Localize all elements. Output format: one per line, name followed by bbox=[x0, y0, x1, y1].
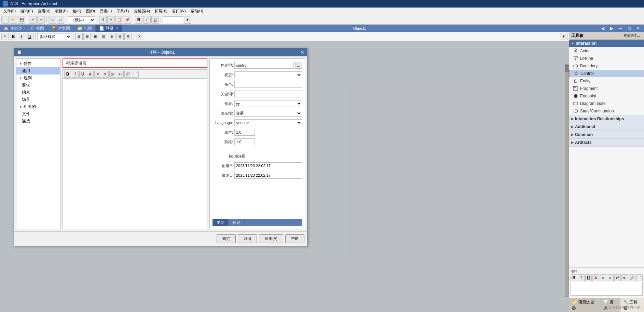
toolbar-search-input[interactable] bbox=[163, 16, 183, 23]
toolbox-section-artifacts-header[interactable]: ▶ Artifacts bbox=[569, 139, 644, 146]
prop-version-input[interactable] bbox=[234, 129, 255, 136]
editor-list-ordered[interactable]: ≡ bbox=[102, 71, 109, 78]
toolbox-tab-browser[interactable]: 📁 项目浏览器 bbox=[569, 298, 601, 312]
editor-italic[interactable]: I bbox=[72, 71, 79, 78]
prop-struct-input[interactable] bbox=[234, 62, 294, 69]
menu-element[interactable]: 元素(L) bbox=[98, 8, 114, 14]
toolbar-paste[interactable]: 📌 bbox=[124, 16, 131, 24]
toolbox-item-boundary[interactable]: Boundary bbox=[569, 62, 644, 70]
toolbox-item-lifeline[interactable]: Lifeline bbox=[569, 55, 644, 62]
prop-keyword-input[interactable] bbox=[234, 91, 302, 97]
dtb-filter[interactable]: ▼ bbox=[560, 33, 567, 40]
tab-relation[interactable]: 🔗 关图 bbox=[26, 25, 48, 32]
dtb-settings[interactable]: ⚙ bbox=[124, 33, 132, 40]
tab-login-close[interactable]: ✕ bbox=[116, 27, 119, 30]
toolbar-open[interactable]: 📂 bbox=[10, 16, 17, 24]
toolbar-underline[interactable]: U bbox=[151, 16, 159, 24]
menu-view[interactable]: 查看(V) bbox=[36, 8, 53, 14]
notes-font-color[interactable]: A bbox=[592, 274, 599, 281]
editor-subscript[interactable]: x₂ bbox=[117, 71, 124, 78]
toolbar-print[interactable]: 🖨 bbox=[99, 16, 107, 24]
dtb-bold[interactable]: B bbox=[10, 33, 17, 40]
dtb-zoom[interactable]: ⊕ bbox=[108, 33, 115, 40]
dtb-delete[interactable]: ✕ bbox=[136, 33, 143, 40]
menu-edit[interactable]: 编辑(E) bbox=[18, 8, 35, 14]
toolbox-item-fragment[interactable]: Fragment bbox=[569, 85, 644, 92]
tab-start[interactable]: 🏠 开始页 bbox=[0, 25, 26, 32]
tree-item-properties[interactable]: ▼ 特性 bbox=[16, 60, 60, 67]
toolbox-section-common-header[interactable]: ▶ Common bbox=[569, 131, 644, 138]
menu-extend[interactable]: 扩展(X) bbox=[153, 8, 169, 14]
dtb-underline[interactable]: U bbox=[26, 33, 33, 40]
notes-bold[interactable]: B bbox=[571, 274, 577, 281]
toolbar-zoom-in[interactable]: 🔎 bbox=[57, 16, 64, 24]
editor-font-color[interactable]: A bbox=[87, 71, 94, 78]
notes-superscript[interactable]: x² bbox=[614, 274, 621, 281]
tree-item-constraints[interactable]: 约束 bbox=[16, 89, 60, 96]
toolbar-redo[interactable]: ↪ bbox=[37, 16, 45, 24]
editor-list-unordered[interactable]: ≡ bbox=[94, 71, 101, 78]
toolbar-default-dropdown[interactable]: 《默认》 bbox=[68, 16, 95, 23]
notes-subscript[interactable]: x₂ bbox=[621, 274, 628, 281]
props-tab-tag[interactable]: 标记 bbox=[229, 219, 245, 226]
dialog-ok-button[interactable]: 确定 bbox=[217, 234, 236, 243]
diagram-canvas[interactable]: 用户 登录界面 📋 顺序 - Object1 ✕ bbox=[0, 41, 569, 312]
toolbox-item-state[interactable]: State/Continuation bbox=[569, 107, 644, 115]
tab-window-min[interactable]: − bbox=[617, 25, 624, 32]
toolbar-save[interactable]: 💾 bbox=[18, 16, 25, 24]
editor-link[interactable]: 🔗 bbox=[124, 71, 131, 78]
editor-underline[interactable]: U bbox=[79, 71, 86, 78]
toolbox-item-control[interactable]: Control bbox=[569, 70, 644, 77]
prop-struct-btn[interactable]: … bbox=[295, 62, 302, 69]
prop-created-input[interactable] bbox=[234, 162, 302, 169]
menu-project[interactable]: 项目(P) bbox=[53, 8, 70, 14]
tree-item-links[interactable]: 连接 bbox=[16, 118, 60, 125]
toolbox-more[interactable]: 更多的工... bbox=[621, 33, 642, 39]
tab-object[interactable]: 📦 对象图 bbox=[48, 25, 74, 32]
dtb-italic[interactable]: I bbox=[18, 33, 25, 40]
dtb-fit[interactable]: ⊖ bbox=[116, 33, 124, 40]
toolbar-bold[interactable]: B bbox=[135, 16, 142, 24]
prop-author-select[interactable]: yy bbox=[234, 100, 302, 107]
toolbox-item-entity[interactable]: Entity bbox=[569, 77, 644, 85]
menu-package[interactable]: 包(K) bbox=[70, 8, 83, 14]
dtb-grid[interactable]: ⊠ bbox=[92, 33, 99, 40]
tree-item-scenarios[interactable]: 场景 bbox=[16, 96, 60, 103]
toolbox-section-additional-header[interactable]: ▶ Additional bbox=[569, 123, 644, 131]
notes-underline[interactable]: U bbox=[585, 274, 592, 281]
menu-analyzer[interactable]: 分析器(A) bbox=[132, 8, 152, 14]
toolbox-item-gate[interactable]: Diagram Gate bbox=[569, 100, 644, 107]
toolbox-section-interaction-header[interactable]: ▼ Interaction bbox=[569, 40, 644, 47]
notes-italic[interactable]: I bbox=[578, 274, 584, 281]
dtb-select[interactable]: ↖ bbox=[1, 33, 9, 40]
dialog-cancel-button[interactable]: 取消 bbox=[238, 234, 257, 243]
notes-image[interactable]: 📄 bbox=[636, 274, 643, 281]
tree-item-files[interactable]: 文件 bbox=[16, 110, 60, 118]
notes-list-unordered[interactable]: ≡ bbox=[600, 274, 606, 281]
toolbar-new[interactable]: 📄 bbox=[1, 16, 9, 24]
tree-item-rules[interactable]: ▼ 规则 bbox=[16, 74, 60, 82]
tab-package[interactable]: 📁 包图 bbox=[74, 25, 96, 32]
prop-language-select[interactable]: <none> bbox=[234, 119, 302, 126]
toolbar-filter[interactable]: ▼ bbox=[184, 16, 191, 24]
toolbar-search[interactable]: 🔍 bbox=[49, 16, 56, 24]
toolbar-copy[interactable]: 📋 bbox=[115, 16, 123, 24]
toolbox-item-actor[interactable]: Actor bbox=[569, 47, 644, 55]
modal-close-button[interactable]: ✕ bbox=[300, 50, 304, 55]
dtb-layout[interactable]: ⊟ bbox=[83, 33, 91, 40]
prop-status-select[interactable] bbox=[234, 71, 302, 78]
editor-superscript[interactable]: x² bbox=[109, 71, 116, 78]
editor-bold[interactable]: B bbox=[64, 71, 71, 78]
notes-link[interactable]: 🔗 bbox=[629, 274, 635, 281]
menu-window[interactable]: 窗口(W) bbox=[170, 8, 188, 14]
prop-complexity-select[interactable]: 容易 bbox=[234, 110, 302, 117]
tree-item-requirements[interactable]: 要求 bbox=[16, 82, 60, 89]
toolbar-cut[interactable]: ✂ bbox=[107, 16, 115, 24]
menu-tools[interactable]: 工具(T) bbox=[114, 8, 131, 14]
dialog-apply-button[interactable]: 应用(A) bbox=[259, 234, 283, 243]
prop-modified-input[interactable] bbox=[234, 172, 302, 179]
tree-item-general[interactable]: 通用 bbox=[16, 67, 60, 74]
toolbox-item-endpoint[interactable]: Endpoint bbox=[569, 92, 644, 100]
tab-window-close[interactable]: ✕ bbox=[634, 25, 642, 32]
dtb-snap[interactable]: ⊡ bbox=[100, 33, 107, 40]
